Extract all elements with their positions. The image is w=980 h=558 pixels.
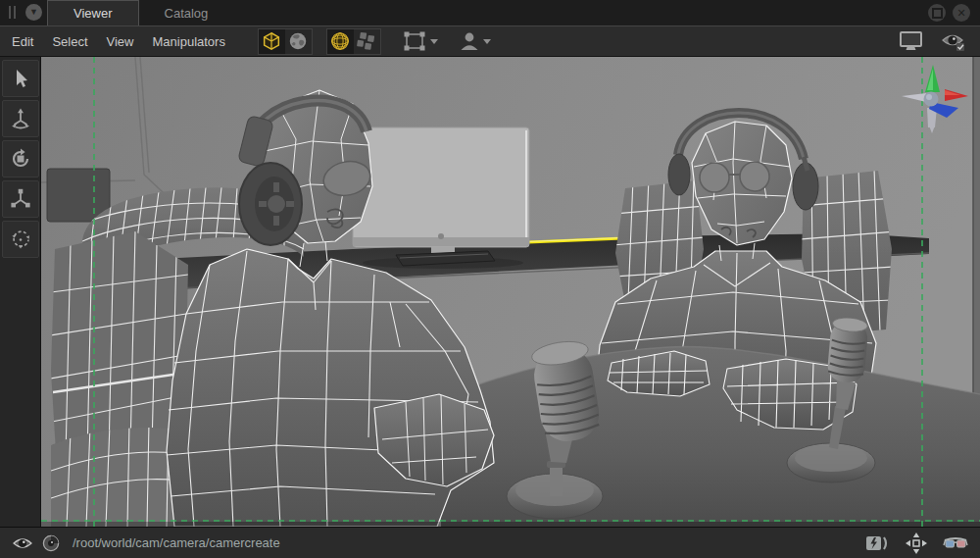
- stereo-glasses-icon[interactable]: [943, 535, 968, 551]
- chevron-down-icon: [483, 39, 491, 44]
- selection-marquee-icon: [403, 31, 426, 51]
- tab-viewer[interactable]: Viewer: [47, 0, 139, 25]
- rotate-pivot-tool[interactable]: [2, 221, 39, 258]
- translate-icon: [9, 107, 32, 130]
- menu-edit[interactable]: Edit: [12, 34, 33, 49]
- viewport-tiles-button[interactable]: [354, 29, 380, 54]
- shaded-cube-icon: [261, 30, 282, 52]
- menu-select[interactable]: Select: [52, 34, 87, 49]
- render-flash-icon[interactable]: [865, 534, 890, 552]
- maximize-button[interactable]: [928, 4, 946, 22]
- viewport-3d[interactable]: [41, 57, 980, 527]
- menu-manipulators[interactable]: Manipulators: [153, 34, 225, 49]
- scale-icon: [9, 187, 32, 211]
- viewport-tiles-icon: [356, 30, 377, 52]
- wireframe-sphere-icon: [329, 30, 351, 52]
- eye-icon[interactable]: [12, 535, 33, 551]
- rotate-pivot-icon: [9, 228, 32, 251]
- translate-tool[interactable]: [2, 100, 39, 137]
- character-select-icon: [460, 31, 479, 51]
- selection-marquee-button[interactable]: [403, 31, 438, 51]
- camera-path[interactable]: /root/world/cam/camera/camercreate: [73, 535, 280, 550]
- tab-dropdown-button[interactable]: ▼: [25, 4, 42, 21]
- menu-view[interactable]: View: [107, 34, 134, 49]
- maximize-icon: [932, 8, 943, 19]
- rotate-icon: [9, 147, 32, 171]
- select-cursor-icon: [9, 67, 32, 90]
- viewport-scene: [41, 57, 980, 527]
- close-button[interactable]: ✕: [953, 4, 970, 22]
- character-select-button[interactable]: [460, 31, 491, 51]
- status-bar: /root/world/cam/camera/camercreate: [0, 527, 980, 558]
- rotate-tool[interactable]: [2, 140, 39, 178]
- environment-globe-button[interactable]: [285, 29, 312, 54]
- environment-globe-icon: [287, 30, 309, 52]
- scale-tool[interactable]: [2, 180, 39, 218]
- display-icon[interactable]: [898, 30, 925, 52]
- close-icon: ✕: [956, 8, 965, 19]
- visibility-check-icon[interactable]: [941, 30, 966, 52]
- chevron-down-icon: [430, 39, 438, 44]
- tab-bar: ▼ Viewer Catalog ✕: [0, 0, 980, 26]
- shaded-cube-button[interactable]: [259, 29, 285, 54]
- aperture-icon[interactable]: [42, 534, 60, 552]
- menu-bar: Edit Select View Manipulators: [0, 26, 980, 57]
- tool-sidebar: [0, 57, 41, 527]
- shading-toggle-group: [258, 28, 313, 55]
- grip-icon[interactable]: [9, 6, 19, 19]
- pan-arrows-icon[interactable]: [905, 532, 928, 555]
- chevron-down-icon: ▼: [29, 8, 38, 17]
- display-mode-group: [326, 28, 381, 55]
- wireframe-sphere-button[interactable]: [327, 29, 354, 54]
- select-cursor-tool[interactable]: [2, 60, 39, 97]
- tab-catalog[interactable]: Catalog: [139, 1, 234, 25]
